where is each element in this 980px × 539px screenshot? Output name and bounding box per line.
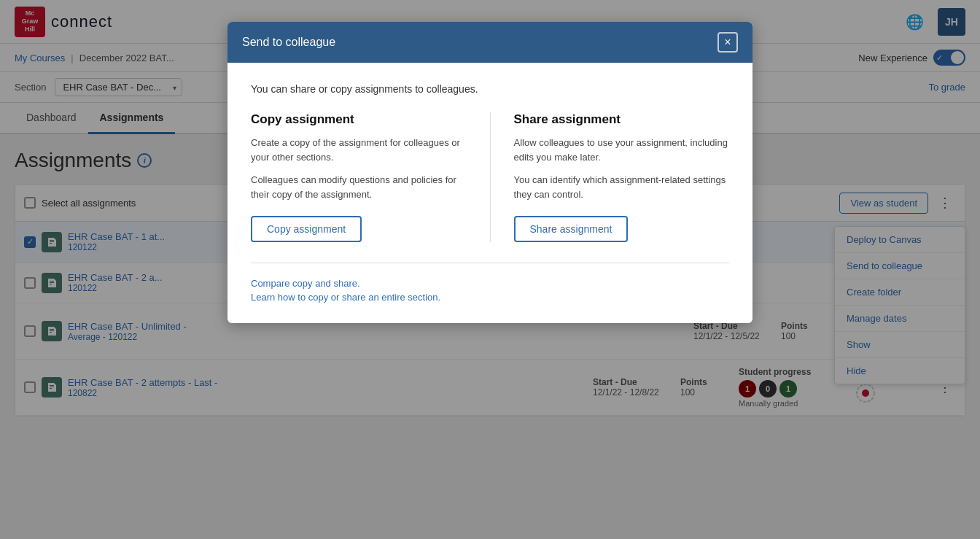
modal-close-button[interactable]: × <box>718 32 738 53</box>
send-to-colleague-modal: Send to colleague × You can share or cop… <box>228 22 752 323</box>
modal-title: Send to colleague <box>242 36 335 49</box>
modal-divider <box>251 263 729 263</box>
modal-copy-col: Copy assignment Create a copy of the ass… <box>251 112 490 242</box>
modal-footer-links: Compare copy and share. Learn how to cop… <box>251 278 729 303</box>
modal-columns: Copy assignment Create a copy of the ass… <box>251 112 729 242</box>
copy-assignment-button[interactable]: Copy assignment <box>251 216 362 242</box>
compare-link[interactable]: Compare copy and share. <box>251 278 729 289</box>
learn-how-link[interactable]: Learn how to copy or share an entire sec… <box>251 292 729 303</box>
page-wrapper: Mc Graw Hill connect 🌐 JH My Courses | D… <box>0 0 980 539</box>
copy-col-title: Copy assignment <box>251 112 467 127</box>
share-col-title: Share assignment <box>514 112 730 127</box>
modal-subtitle: You can share or copy assignments to col… <box>251 83 729 95</box>
share-col-text1: Allow colleagues to use your assignment,… <box>514 136 730 164</box>
share-col-text2: You can identify which assignment-relate… <box>514 173 730 201</box>
share-assignment-button[interactable]: Share assignment <box>514 216 629 242</box>
modal-body: You can share or copy assignments to col… <box>228 63 752 323</box>
modal-header: Send to colleague × <box>228 22 752 63</box>
copy-col-text2: Colleagues can modify questions and poli… <box>251 173 467 201</box>
modal-share-col: Share assignment Allow colleagues to use… <box>490 112 730 242</box>
copy-col-text1: Create a copy of the assignment for coll… <box>251 136 467 164</box>
